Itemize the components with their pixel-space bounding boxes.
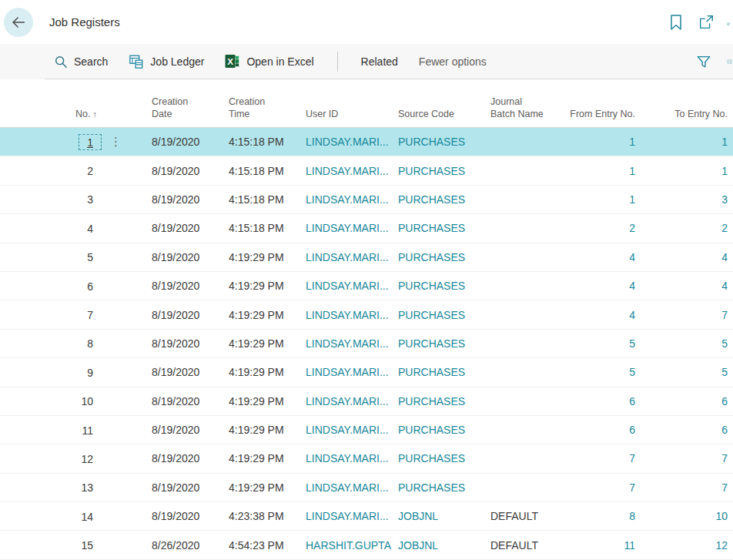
- table-row[interactable]: 10 ⋮ 8/19/2020 4:19:29 PM LINDSAY.MARI..…: [0, 387, 733, 416]
- cell-no[interactable]: 14: [46, 508, 102, 525]
- cell-source-code[interactable]: PURCHASES: [398, 452, 490, 464]
- cell-to-entry-no[interactable]: 7: [635, 481, 728, 494]
- cell-source-code[interactable]: PURCHASES: [398, 165, 490, 177]
- job-ledger-button[interactable]: Job Ledger: [129, 54, 204, 69]
- cell-row-menu[interactable]: ⋮: [102, 538, 152, 552]
- cell-from-entry-no[interactable]: 4: [567, 251, 635, 263]
- cell-from-entry-no[interactable]: 4: [567, 280, 635, 292]
- column-header-to-entry-no[interactable]: To Entry No.: [635, 108, 728, 120]
- cell-source-code[interactable]: PURCHASES: [398, 424, 490, 436]
- open-in-excel-button[interactable]: X Open in Excel: [225, 54, 313, 69]
- cell-to-entry-no[interactable]: 3: [635, 193, 728, 206]
- cell-source-code[interactable]: PURCHASES: [398, 222, 490, 234]
- cell-from-entry-no[interactable]: 1: [567, 193, 635, 206]
- cell-from-entry-no[interactable]: 6: [567, 395, 635, 407]
- table-row[interactable]: 1 ⋮ 8/19/2020 4:15:18 PM LINDSAY.MARI...…: [0, 128, 733, 156]
- cell-from-entry-no[interactable]: 2: [567, 222, 635, 234]
- cell-from-entry-no[interactable]: 7: [567, 452, 635, 464]
- cell-source-code[interactable]: JOBJNL: [398, 539, 490, 552]
- cell-row-menu[interactable]: ⋮: [102, 135, 152, 149]
- cell-no[interactable]: 13: [46, 479, 102, 495]
- cell-user-id[interactable]: LINDSAY.MARI...: [306, 337, 398, 350]
- table-row[interactable]: 7 ⋮ 8/19/2020 4:19:29 PM LINDSAY.MARI...…: [0, 300, 733, 329]
- cell-user-id[interactable]: LINDSAY.MARI...: [306, 510, 398, 522]
- cell-no[interactable]: 3: [46, 191, 102, 207]
- cell-no[interactable]: 4: [46, 220, 102, 236]
- table-row[interactable]: 6 ⋮ 8/19/2020 4:19:29 PM LINDSAY.MARI...…: [0, 272, 733, 300]
- cell-from-entry-no[interactable]: 1: [567, 136, 635, 148]
- table-row[interactable]: 3 ⋮ 8/19/2020 4:15:18 PM LINDSAY.MARI...…: [0, 186, 733, 214]
- cell-row-menu[interactable]: ⋮: [102, 337, 152, 350]
- cell-row-menu[interactable]: ⋮: [102, 164, 152, 178]
- cell-row-menu[interactable]: ⋮: [102, 250, 152, 264]
- row-menu-icon[interactable]: ⋮: [110, 135, 122, 148]
- cell-source-code[interactable]: PURCHASES: [398, 309, 490, 321]
- column-header-creation-date[interactable]: Creation Date: [152, 96, 229, 121]
- cell-user-id[interactable]: LINDSAY.MARI...: [306, 366, 398, 378]
- table-row[interactable]: 13 ⋮ 8/19/2020 4:19:29 PM LINDSAY.MARI..…: [0, 474, 733, 502]
- cell-to-entry-no[interactable]: 6: [635, 424, 728, 436]
- cell-from-entry-no[interactable]: 4: [567, 309, 635, 321]
- column-header-source-code[interactable]: Source Code: [398, 108, 490, 120]
- cell-from-entry-no[interactable]: 7: [567, 481, 635, 494]
- cell-to-entry-no[interactable]: 2: [635, 222, 728, 234]
- cell-from-entry-no[interactable]: 5: [567, 337, 635, 350]
- back-button[interactable]: [4, 8, 33, 37]
- cell-to-entry-no[interactable]: 1: [635, 165, 728, 177]
- cell-to-entry-no[interactable]: 5: [635, 366, 728, 378]
- cell-user-id[interactable]: LINDSAY.MARI...: [306, 251, 398, 263]
- cell-no[interactable]: 15: [46, 537, 102, 553]
- cell-user-id[interactable]: HARSHIT.GUPTA: [306, 539, 398, 552]
- cell-to-entry-no[interactable]: 10: [635, 510, 728, 522]
- column-header-user-id[interactable]: User ID: [306, 108, 398, 120]
- cell-source-code[interactable]: PURCHASES: [398, 251, 490, 263]
- cell-row-menu[interactable]: ⋮: [102, 394, 152, 408]
- cell-to-entry-no[interactable]: 6: [635, 395, 728, 407]
- cell-no[interactable]: 7: [46, 307, 102, 323]
- cell-to-entry-no[interactable]: 7: [635, 452, 728, 464]
- cell-source-code[interactable]: PURCHASES: [398, 395, 490, 407]
- share-icon-partial[interactable]: [727, 13, 733, 32]
- cell-row-menu[interactable]: ⋮: [102, 365, 152, 379]
- column-header-journal-batch-name[interactable]: Journal Batch Name: [490, 96, 567, 121]
- cell-row-menu[interactable]: ⋮: [102, 451, 152, 465]
- column-header-creation-time[interactable]: Creation Time: [229, 96, 306, 121]
- cell-source-code[interactable]: JOBJNL: [398, 510, 490, 522]
- cell-no[interactable]: 8: [46, 335, 102, 351]
- cell-from-entry-no[interactable]: 8: [567, 510, 635, 522]
- filter-icon[interactable]: [695, 52, 713, 71]
- cell-user-id[interactable]: LINDSAY.MARI...: [306, 395, 398, 407]
- table-row[interactable]: 11 ⋮ 8/19/2020 4:19:29 PM LINDSAY.MARI..…: [0, 416, 733, 444]
- cell-no[interactable]: 9: [46, 364, 102, 381]
- table-row[interactable]: 15 ⋮ 8/26/2020 4:54:23 PM HARSHIT.GUPTA …: [0, 531, 733, 559]
- cell-from-entry-no[interactable]: 11: [567, 539, 635, 552]
- table-row[interactable]: 5 ⋮ 8/19/2020 4:19:29 PM LINDSAY.MARI...…: [0, 243, 733, 272]
- cell-to-entry-no[interactable]: 1: [635, 136, 728, 148]
- cell-user-id[interactable]: LINDSAY.MARI...: [306, 136, 398, 148]
- fewer-options-button[interactable]: Fewer options: [419, 55, 487, 68]
- cell-to-entry-no[interactable]: 5: [635, 337, 728, 350]
- table-row[interactable]: 14 ⋮ 8/19/2020 4:23:38 PM LINDSAY.MARI..…: [0, 502, 733, 531]
- cell-user-id[interactable]: LINDSAY.MARI...: [306, 481, 398, 494]
- cell-source-code[interactable]: PURCHASES: [398, 481, 490, 494]
- cell-to-entry-no[interactable]: 4: [635, 251, 728, 263]
- table-row[interactable]: 9 ⋮ 8/19/2020 4:19:29 PM LINDSAY.MARI...…: [0, 358, 733, 387]
- table-row[interactable]: 4 ⋮ 8/19/2020 4:15:18 PM LINDSAY.MARI...…: [0, 214, 733, 243]
- bookmark-icon[interactable]: [667, 13, 685, 32]
- cell-row-menu[interactable]: ⋮: [102, 509, 152, 523]
- cell-no[interactable]: 6: [46, 278, 102, 294]
- search-button[interactable]: Search: [54, 55, 108, 69]
- cell-from-entry-no[interactable]: 6: [567, 424, 635, 436]
- column-header-from-entry-no[interactable]: From Entry No.: [567, 108, 635, 120]
- column-header-no[interactable]: No.↑: [46, 108, 102, 120]
- cell-source-code[interactable]: PURCHASES: [398, 136, 490, 148]
- cell-row-menu[interactable]: ⋮: [102, 221, 152, 235]
- table-row[interactable]: 8 ⋮ 8/19/2020 4:19:29 PM LINDSAY.MARI...…: [0, 330, 733, 358]
- cell-user-id[interactable]: LINDSAY.MARI...: [306, 280, 398, 292]
- cell-source-code[interactable]: PURCHASES: [398, 337, 490, 350]
- cell-row-menu[interactable]: ⋮: [102, 423, 152, 437]
- table-row[interactable]: 12 ⋮ 8/19/2020 4:19:29 PM LINDSAY.MARI..…: [0, 444, 733, 473]
- open-in-new-window-icon[interactable]: [697, 13, 715, 32]
- cell-source-code[interactable]: PURCHASES: [398, 193, 490, 206]
- cell-row-menu[interactable]: ⋮: [102, 308, 152, 322]
